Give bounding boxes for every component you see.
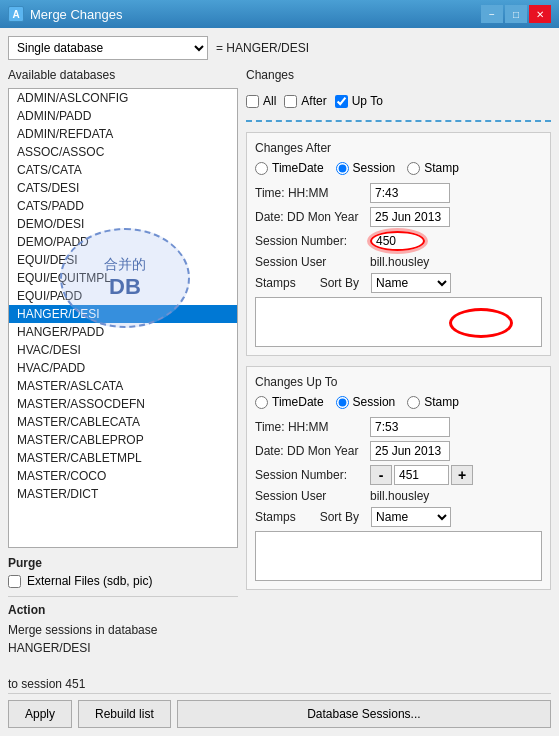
minimize-button[interactable]: − bbox=[481, 5, 503, 23]
upto-session-input[interactable] bbox=[336, 396, 349, 409]
list-item[interactable]: MASTER/CABLETMPL bbox=[9, 449, 237, 467]
upto-time-label: Time: HH:MM bbox=[255, 420, 370, 434]
upto-time-row: Time: HH:MM bbox=[255, 417, 542, 437]
upto-timedate-input[interactable] bbox=[255, 396, 268, 409]
after-stamp-radio[interactable]: Stamp bbox=[407, 161, 459, 175]
action-text1: Merge sessions in database HANGER/DESI bbox=[8, 621, 238, 657]
apply-button[interactable]: Apply bbox=[8, 700, 72, 728]
right-panel: Changes All After Up To Change bbox=[246, 68, 551, 693]
left-panel: Available databases ADMIN/ASLCONFIG ADMI… bbox=[8, 68, 238, 693]
title-buttons: − □ ✕ bbox=[481, 5, 551, 23]
list-item[interactable]: MASTER/CABLECATA bbox=[9, 413, 237, 431]
after-stamp-input[interactable] bbox=[407, 162, 420, 175]
available-db-label: Available databases bbox=[8, 68, 238, 82]
purge-label: Purge bbox=[8, 556, 238, 570]
list-item[interactable]: CATS/PADD bbox=[9, 197, 237, 215]
list-item[interactable]: MASTER/ASLCATA bbox=[9, 377, 237, 395]
list-item[interactable]: ADMIN/PADD bbox=[9, 107, 237, 125]
main-container: 合并的 DB Single database Multiple database… bbox=[0, 28, 559, 736]
db-sessions-button[interactable]: Database Sessions... bbox=[177, 700, 551, 728]
upto-session-label: Session bbox=[353, 395, 396, 409]
upto-stamp-label: Stamp bbox=[424, 395, 459, 409]
upto-session-num-label: Session Number: bbox=[255, 468, 370, 482]
after-stamp-label: Stamp bbox=[424, 161, 459, 175]
db-type-select[interactable]: Single database Multiple databases bbox=[8, 36, 208, 60]
after-session-label: Session bbox=[353, 161, 396, 175]
list-item[interactable]: EQUI/EQUITMPL bbox=[9, 269, 237, 287]
session-minus-button[interactable]: - bbox=[370, 465, 392, 485]
purge-section: Purge External Files (sdb, pic) bbox=[8, 552, 238, 592]
action-text3: to session 451 bbox=[8, 675, 238, 693]
upto-session-input[interactable] bbox=[394, 465, 449, 485]
list-item[interactable]: ADMIN/ASLCONFIG bbox=[9, 89, 237, 107]
upto-checkbox[interactable] bbox=[335, 95, 348, 108]
dashed-divider bbox=[246, 120, 551, 122]
all-checkbox[interactable] bbox=[246, 95, 259, 108]
after-timedate-radio[interactable]: TimeDate bbox=[255, 161, 324, 175]
list-item[interactable]: ASSOC/ASSOC bbox=[9, 143, 237, 161]
upto-session-radio[interactable]: Session bbox=[336, 395, 396, 409]
after-group: After bbox=[284, 94, 326, 108]
upto-stamps-box[interactable] bbox=[255, 531, 542, 581]
list-item[interactable]: MASTER/COCO bbox=[9, 467, 237, 485]
list-item[interactable]: HVAC/PADD bbox=[9, 359, 237, 377]
upto-session-row: Session Number: - + bbox=[255, 465, 542, 485]
external-files-row: External Files (sdb, pic) bbox=[8, 574, 238, 588]
content-area: Available databases ADMIN/ASLCONFIG ADMI… bbox=[8, 68, 551, 693]
upto-stamp-radio[interactable]: Stamp bbox=[407, 395, 459, 409]
title-bar-left: A Merge Changes bbox=[8, 6, 123, 22]
session-plus-button[interactable]: + bbox=[451, 465, 473, 485]
after-stamps-row: Stamps Sort By NameDateNumber bbox=[255, 273, 542, 293]
upto-date-label: Date: DD Mon Year bbox=[255, 444, 370, 458]
after-label: After bbox=[301, 94, 326, 108]
after-timedate-label: TimeDate bbox=[272, 161, 324, 175]
upto-time-input[interactable] bbox=[370, 417, 450, 437]
upto-stamp-input[interactable] bbox=[407, 396, 420, 409]
after-session-input[interactable] bbox=[336, 162, 349, 175]
list-item[interactable]: HANGER/PADD bbox=[9, 323, 237, 341]
list-item[interactable]: CATS/CATA bbox=[9, 161, 237, 179]
list-item[interactable]: MASTER/ASSOCDEFN bbox=[9, 395, 237, 413]
list-item[interactable]: DEMO/PADD bbox=[9, 233, 237, 251]
db-list[interactable]: ADMIN/ASLCONFIG ADMIN/PADD ADMIN/REFDATA… bbox=[8, 88, 238, 548]
list-item[interactable]: HVAC/DESI bbox=[9, 341, 237, 359]
after-date-input[interactable] bbox=[370, 207, 450, 227]
list-item[interactable]: MASTER/DICT bbox=[9, 485, 237, 503]
after-stamps-label: Stamps bbox=[255, 276, 296, 290]
title-text: Merge Changes bbox=[30, 7, 123, 22]
after-sort-select[interactable]: NameDateNumber bbox=[371, 273, 451, 293]
list-item[interactable]: EQUI/PADD bbox=[9, 287, 237, 305]
after-stamps-box[interactable] bbox=[255, 297, 542, 347]
after-checkbox[interactable] bbox=[284, 95, 297, 108]
changes-upto-title: Changes Up To bbox=[255, 375, 542, 389]
list-item[interactable]: ADMIN/REFDATA bbox=[9, 125, 237, 143]
action-label: Action bbox=[8, 603, 238, 617]
upto-sort-label: Sort By bbox=[320, 510, 359, 524]
maximize-button[interactable]: □ bbox=[505, 5, 527, 23]
list-item[interactable]: MASTER/CABLEPROP bbox=[9, 431, 237, 449]
list-item[interactable]: DEMO/DESI bbox=[9, 215, 237, 233]
after-session-radio[interactable]: Session bbox=[336, 161, 396, 175]
after-session-input[interactable] bbox=[370, 231, 425, 251]
changes-upto-radio-row: TimeDate Session Stamp bbox=[255, 395, 542, 409]
close-button[interactable]: ✕ bbox=[529, 5, 551, 23]
after-time-label: Time: HH:MM bbox=[255, 186, 370, 200]
after-timedate-input[interactable] bbox=[255, 162, 268, 175]
list-item[interactable]: EQUI/DESI bbox=[9, 251, 237, 269]
upto-timedate-radio[interactable]: TimeDate bbox=[255, 395, 324, 409]
upto-date-input[interactable] bbox=[370, 441, 450, 461]
upto-session-user-row: Session User bill.housley bbox=[255, 489, 542, 503]
changes-after-radio-row: TimeDate Session Stamp bbox=[255, 161, 542, 175]
upto-session-user-label: Session User bbox=[255, 489, 370, 503]
upto-timedate-label: TimeDate bbox=[272, 395, 324, 409]
upto-sort-select[interactable]: NameDateNumber bbox=[371, 507, 451, 527]
rebuild-list-button[interactable]: Rebuild list bbox=[78, 700, 171, 728]
changes-after-title: Changes After bbox=[255, 141, 542, 155]
upto-date-row: Date: DD Mon Year bbox=[255, 441, 542, 461]
list-item[interactable]: CATS/DESI bbox=[9, 179, 237, 197]
db-name-label: = HANGER/DESI bbox=[216, 41, 309, 55]
list-item-selected[interactable]: HANGER/DESI bbox=[9, 305, 237, 323]
external-files-checkbox[interactable] bbox=[8, 575, 21, 588]
after-time-input[interactable] bbox=[370, 183, 450, 203]
changes-upto-section: Changes Up To TimeDate Session Stamp bbox=[246, 366, 551, 590]
